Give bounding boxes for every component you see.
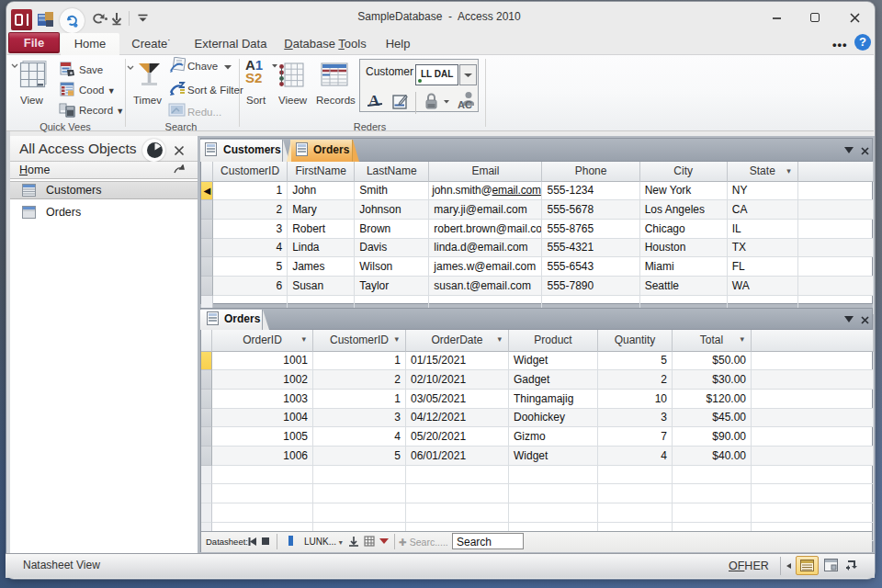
- svg-text:AC: AC: [458, 99, 472, 110]
